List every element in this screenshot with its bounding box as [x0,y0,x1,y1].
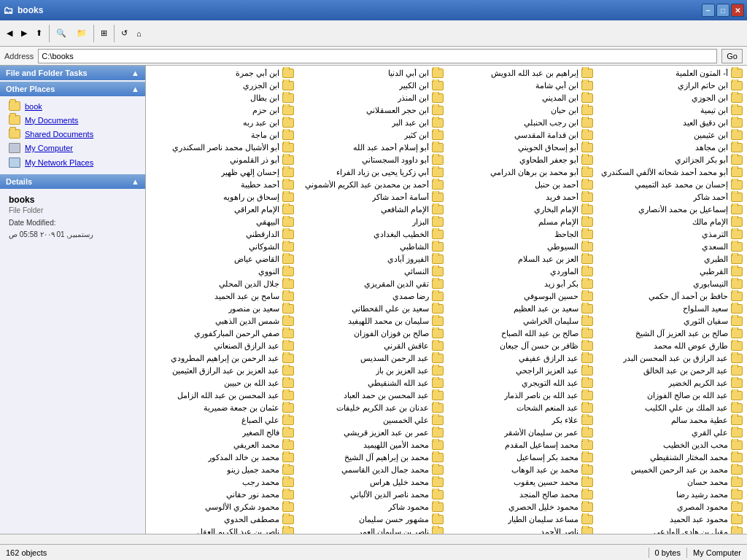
list-item[interactable]: محمود عبد الحميد [596,513,746,526]
list-item[interactable]: ابن أبي شامة [446,79,596,92]
list-item[interactable]: تقي الدين المقريزي [297,278,446,290]
list-item[interactable]: علي الصباغ [147,414,297,427]
list-item[interactable]: عبد العزيز الراجحي [446,365,596,377]
list-item[interactable]: الشاطبي [297,241,446,253]
refresh-button[interactable]: ↺ [117,23,131,44]
list-item[interactable]: علي الخمسين [297,414,446,427]
list-item[interactable]: محمد ناصر الدين الألباني [297,489,446,501]
other-places-item-my-computer[interactable]: My Computer [0,141,145,155]
list-item[interactable]: سعيد بن عبد العظيم [446,303,596,315]
list-item[interactable]: النسائي [297,265,446,278]
list-item[interactable]: السيوطي [446,241,596,253]
list-item[interactable]: ناصر بن عبد الكريم العقل [147,526,297,534]
details-header[interactable]: Details ▲ [0,174,145,189]
list-item[interactable]: الترمذي [596,228,746,241]
list-item[interactable]: ناصر بن سليمان العمر [297,526,446,534]
list-item[interactable]: الإمام مسلم [446,216,596,228]
other-places-item-shared-documents[interactable]: Shared Documents [0,127,145,141]
list-item[interactable]: علي القري [596,427,746,439]
list-item[interactable]: الإمام العراقي [147,203,297,216]
list-item[interactable]: أبو جعفر الطحاوي [446,154,596,166]
list-item[interactable]: سعيد بن علي القحطاني [297,303,446,315]
list-item[interactable]: جلال الدين المحلي [147,278,297,290]
list-item[interactable]: سفيان الثوري [596,315,746,327]
list-item[interactable]: أحمد شاكر [596,191,746,203]
list-item[interactable]: ابن دقيق العيد [596,117,746,129]
list-item[interactable]: سعيد السلواح [596,303,746,315]
list-item[interactable]: مساعد سليمان الطيار [446,513,596,526]
list-item[interactable]: أحمد بن حنبل [446,179,596,191]
list-item[interactable]: ابن رجب الحنبلي [446,117,596,129]
list-item[interactable]: إسحاق بن راهويه [147,191,297,203]
list-item[interactable]: ابن حزم [147,104,297,117]
list-item[interactable]: حسين البوسوفي [446,290,596,303]
list-item[interactable]: ابن كثير [297,129,446,141]
list-item[interactable]: مصطفى الحدوي [147,513,297,526]
list-item[interactable]: محب الدين الخطيب [596,439,746,451]
list-item[interactable]: محمد المختار الشنقيطي [596,451,746,464]
list-item[interactable]: مقبل بن هادي الوادعي [596,526,746,534]
list-item[interactable]: البزار [297,216,446,228]
list-item[interactable]: عبد المنعم الشحات [446,402,596,414]
list-item[interactable]: فالح الصغير [147,427,297,439]
list-item[interactable]: السعدي [596,241,746,253]
list-item[interactable]: إبراهيم بن عبد الله الدويش [446,67,596,79]
list-item[interactable]: محمد العريفي [147,439,297,451]
list-item[interactable]: محمود المصري [596,501,746,513]
list-item[interactable]: عبد الملك بن علي الكليب [596,402,746,414]
list-item[interactable]: محمود خليل الحصري [446,501,596,513]
list-item[interactable]: محمد رشيد رضا [596,489,746,501]
list-item[interactable]: أحمد حطيبة [147,179,297,191]
list-item[interactable]: الخطيب البغدادي [297,228,446,241]
list-item[interactable]: أ- المتون العلمية [596,67,746,79]
list-item[interactable]: أحمد فريد [446,191,596,203]
forward-button[interactable]: ▶ [18,23,31,44]
list-item[interactable]: الطبري [596,253,746,265]
list-item[interactable]: ناصر الأحمد [446,526,596,534]
list-item[interactable]: الدارقطني [147,228,297,241]
list-item[interactable]: أبو بكر الجزائري [596,154,746,166]
list-item[interactable]: محمود شكري الألوسي [147,501,297,513]
list-item[interactable]: محمد الأمين اللهيميد [297,439,446,451]
list-item[interactable]: محمد نور حقاني [147,489,297,501]
list-item[interactable]: عبد العزيز بن باز [297,365,446,377]
list-item[interactable]: ابن عبد ربه [147,117,297,129]
list-item[interactable]: ابن تيمية [596,104,746,117]
list-item[interactable]: الإمام الشافعي [297,203,446,216]
list-item[interactable]: عبد الرازق الصنعاني [147,340,297,352]
list-item[interactable]: ابن حجر العسقلاني [297,104,446,117]
list-item[interactable]: أبو ذر القلموني [147,154,297,166]
folders-button[interactable]: 📁 [73,23,90,44]
list-item[interactable]: سليمان الخراشي [446,315,596,327]
list-item[interactable]: عمر بن سليمان الأشقر [446,427,596,439]
list-item[interactable]: بكر أبو زيد [446,278,596,290]
close-button[interactable]: ✕ [731,4,744,17]
views-button[interactable]: ⊞ [97,23,111,44]
list-item[interactable]: صالح بن عبد الله الصباح [446,327,596,340]
list-item[interactable]: عبد الرحمن السديس [297,352,446,365]
list-item[interactable]: ظافر بن حسن آل جبعان [446,340,596,352]
list-item[interactable]: ابن حبان [446,104,596,117]
list-item[interactable]: النووي [147,265,297,278]
list-item[interactable]: عبد الله بن صالح الفوزان [596,389,746,402]
list-item[interactable]: أبو محمد بن برهان الدرامي [446,166,596,179]
list-item[interactable]: الإمام البخاري [446,203,596,216]
list-item[interactable]: شمس الدين الذهبي [147,315,297,327]
list-item[interactable]: ابن الجزري [147,79,297,92]
other-places-item-my-documents[interactable]: My Documents [0,113,145,127]
list-item[interactable]: أبي زكريا يحيى بن زياد الفراء [297,166,446,179]
list-item[interactable]: عدنان بن عبد الكريم خليفات [297,402,446,414]
list-item[interactable]: أبو محمد أحمد شحاته الألفي السكندري [596,166,746,179]
list-item[interactable]: سعيد بن منصور [147,303,297,315]
list-item[interactable]: ابن الكبير [297,79,446,92]
up-button[interactable]: ⬆ [32,23,46,44]
list-item[interactable]: إحسان بن محمد عبد التميمي [596,179,746,191]
list-item[interactable]: عبد الرحمن بن إبراهيم المطرودي [147,352,297,365]
list-item[interactable]: النيسابوري [596,278,746,290]
list-item[interactable]: الجاحظ [446,228,596,241]
go-button[interactable]: Go [721,49,743,63]
list-item[interactable]: أسامة أحمد شاكر [297,191,446,203]
list-item[interactable]: محمد جمال الدين القاسمي [297,464,446,476]
list-item[interactable]: محمد بن إبراهيم آل الشيخ [297,451,446,464]
list-item[interactable]: مشهور حسن سليمان [297,513,446,526]
